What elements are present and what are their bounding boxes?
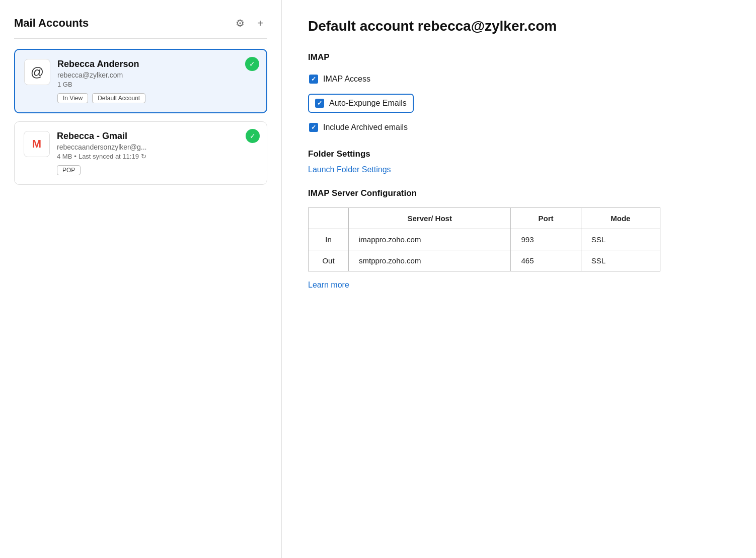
- auto-expunge-label: Auto-Expunge Emails: [329, 99, 407, 108]
- row-out-host: smtppro.zoho.com: [349, 250, 511, 271]
- account-card-gmail[interactable]: M Rebecca - Gmail rebeccaandersonzylker@…: [14, 121, 267, 185]
- account-card-rebecca-zylker[interactable]: @ Rebecca Anderson rebecca@zylker.com 1 …: [14, 49, 267, 113]
- account-size: 1 GB: [57, 81, 257, 88]
- gear-icon[interactable]: ⚙: [233, 16, 247, 30]
- account-tags: In View Default Account: [57, 93, 257, 103]
- col-header-port: Port: [511, 208, 581, 229]
- sync-icon: ↻: [141, 153, 146, 160]
- table-row-out: Out smtppro.zoho.com 465 SSL: [309, 250, 660, 271]
- row-out-mode: SSL: [581, 250, 660, 271]
- account-check-icon: ✓: [245, 57, 259, 71]
- server-config-title: IMAP Server Configuration: [308, 188, 730, 198]
- imap-access-label: IMAP Access: [323, 75, 370, 84]
- header-icons: ⚙ +: [233, 16, 267, 30]
- imap-section-title: IMAP: [308, 52, 730, 62]
- account-email-gmail: rebeccaandersonzylker@g...: [57, 143, 258, 151]
- divider: [14, 38, 267, 39]
- table-header-row: Server/ Host Port Mode: [309, 208, 660, 229]
- add-account-icon[interactable]: +: [253, 16, 267, 30]
- account-check-icon-gmail: ✓: [246, 129, 260, 143]
- panel-title: Mail Accounts: [14, 17, 89, 30]
- account-icon-at: @: [24, 59, 50, 85]
- row-in-mode: SSL: [581, 229, 660, 250]
- imap-access-row: IMAP Access: [308, 72, 730, 87]
- right-panel: Default account rebecca@zylker.com IMAP …: [282, 0, 756, 558]
- folder-settings-title: Folder Settings: [308, 149, 730, 159]
- table-row-in: In imappro.zoho.com 993 SSL: [309, 229, 660, 250]
- left-panel: Mail Accounts ⚙ + @ Rebecca Anderson reb…: [0, 0, 282, 558]
- row-in-host: imappro.zoho.com: [349, 229, 511, 250]
- col-header-mode: Mode: [581, 208, 660, 229]
- sync-info: 4 MB • Last synced at 11:19 ↻: [57, 153, 258, 160]
- include-archived-row: Include Archived emails: [308, 120, 730, 135]
- page-title: Default account rebecca@zylker.com: [308, 18, 730, 34]
- gmail-letter-icon: M: [32, 137, 41, 151]
- account-tags-gmail: POP: [57, 165, 258, 175]
- account-name: Rebecca Anderson: [57, 59, 257, 69]
- account-email: rebecca@zylker.com: [57, 71, 257, 79]
- tag-pop: POP: [57, 165, 81, 175]
- imap-access-checkbox[interactable]: [309, 75, 318, 84]
- row-out-direction: Out: [309, 250, 349, 271]
- account-info: Rebecca Anderson rebecca@zylker.com 1 GB…: [57, 59, 257, 103]
- col-header-server-host: Server/ Host: [349, 208, 511, 229]
- account-icon-gmail: M: [24, 131, 50, 157]
- launch-folder-settings-link[interactable]: Launch Folder Settings: [308, 165, 391, 174]
- sync-text: Last synced at 11:19: [79, 153, 139, 160]
- tag-default-account: Default Account: [92, 93, 145, 103]
- include-archived-label: Include Archived emails: [323, 123, 408, 132]
- imap-section: IMAP IMAP Access Auto-Expunge Emails Inc…: [308, 52, 730, 135]
- row-in-port: 993: [511, 229, 581, 250]
- folder-settings-section: Folder Settings Launch Folder Settings: [308, 149, 730, 174]
- imap-server-config-section: IMAP Server Configuration Server/ Host P…: [308, 188, 730, 290]
- tag-in-view: In View: [57, 93, 88, 103]
- account-size-gmail: 4 MB: [57, 153, 72, 160]
- learn-more-link[interactable]: Learn more: [308, 281, 349, 289]
- auto-expunge-checkbox[interactable]: [315, 99, 324, 108]
- auto-expunge-row: Auto-Expunge Emails: [308, 94, 414, 113]
- panel-header: Mail Accounts ⚙ +: [14, 16, 267, 30]
- dot-separator: •: [74, 153, 77, 160]
- row-in-direction: In: [309, 229, 349, 250]
- server-config-table: Server/ Host Port Mode In imappro.zoho.c…: [308, 207, 660, 271]
- col-header-empty: [309, 208, 349, 229]
- include-archived-checkbox[interactable]: [309, 123, 318, 132]
- account-name-gmail: Rebecca - Gmail: [57, 131, 258, 142]
- row-out-port: 465: [511, 250, 581, 271]
- account-info-gmail: Rebecca - Gmail rebeccaandersonzylker@g.…: [57, 131, 258, 175]
